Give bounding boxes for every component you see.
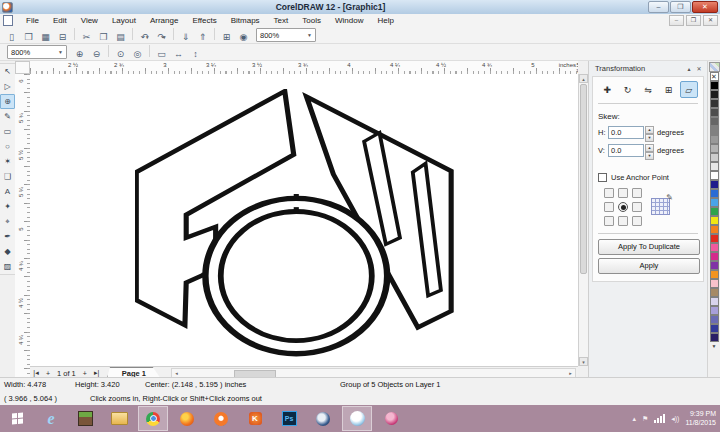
color-swatch[interactable] bbox=[710, 81, 719, 90]
interactive-blend-tool[interactable]: ✦ bbox=[0, 199, 15, 214]
polygon-tool[interactable]: ✶ bbox=[0, 154, 15, 169]
menu-tools[interactable]: Tools bbox=[295, 16, 328, 25]
scroll-down-icon[interactable]: ▾ bbox=[579, 357, 588, 366]
use-anchor-point-checkbox[interactable] bbox=[598, 173, 607, 182]
color-swatch[interactable]: ✕ bbox=[710, 72, 719, 81]
photoshop-icon[interactable]: Ps bbox=[274, 406, 304, 431]
ruler-origin[interactable] bbox=[15, 61, 30, 74]
color-swatch[interactable] bbox=[710, 243, 719, 252]
coreldraw-icon[interactable] bbox=[342, 406, 372, 431]
menu-layout[interactable]: Layout bbox=[105, 16, 143, 25]
text-tool[interactable]: A bbox=[0, 184, 15, 199]
docker-collapse-icon[interactable]: ▴ bbox=[684, 65, 694, 72]
apply-button[interactable]: Apply bbox=[598, 258, 700, 274]
last-page-button[interactable]: ▸| bbox=[91, 369, 103, 377]
network-icon[interactable] bbox=[654, 415, 665, 423]
menu-bitmaps[interactable]: Bitmaps bbox=[224, 16, 267, 25]
start-button[interactable] bbox=[2, 406, 32, 431]
color-swatch[interactable] bbox=[710, 279, 719, 288]
zoom-to-page-icon[interactable]: ▭ bbox=[153, 46, 170, 62]
color-swatch[interactable] bbox=[710, 225, 719, 234]
color-swatch[interactable] bbox=[710, 297, 719, 306]
anchor-cell-2[interactable] bbox=[632, 188, 642, 198]
skew-v-stepper[interactable]: ▲▼ bbox=[645, 144, 654, 157]
anchor-cell-4[interactable] bbox=[618, 202, 628, 212]
color-swatch[interactable] bbox=[710, 216, 719, 225]
apply-to-duplicate-button[interactable]: Apply To Duplicate bbox=[598, 239, 700, 255]
anchor-cell-5[interactable] bbox=[632, 202, 642, 212]
size-button[interactable]: ⊞ bbox=[659, 81, 677, 98]
zoom-out-icon[interactable]: ⊖ bbox=[88, 46, 105, 62]
menu-file[interactable]: File bbox=[19, 16, 46, 25]
color-swatch[interactable] bbox=[710, 306, 719, 315]
kmplayer-icon[interactable]: K bbox=[240, 406, 270, 431]
color-swatch[interactable] bbox=[710, 189, 719, 198]
scroll-left-icon[interactable]: ◂ bbox=[172, 369, 181, 377]
scroll-up-icon[interactable]: ▴ bbox=[579, 74, 588, 83]
shape-tool[interactable]: ▷ bbox=[0, 79, 15, 94]
zoom-level-dropdown[interactable]: 800%▼ bbox=[256, 28, 316, 42]
scale-mirror-button[interactable]: ⇋ bbox=[639, 81, 657, 98]
vertical-ruler[interactable]: 65 ¾5 ½5 ¼54 ¾4 ½4 ¼ bbox=[15, 74, 31, 377]
color-swatch[interactable] bbox=[710, 171, 719, 180]
print-icon[interactable]: ⊟ bbox=[54, 29, 71, 45]
color-swatch[interactable] bbox=[710, 252, 719, 261]
add-page-after-button[interactable]: + bbox=[79, 370, 91, 377]
menu-window[interactable]: Window bbox=[328, 16, 370, 25]
scroll-right-icon[interactable]: ▸ bbox=[566, 369, 575, 377]
rectangle-tool[interactable]: ▭ bbox=[0, 124, 15, 139]
color-swatch[interactable] bbox=[710, 90, 719, 99]
skew-button[interactable]: ▱ bbox=[680, 81, 698, 98]
internet-explorer-icon[interactable]: e bbox=[36, 406, 66, 431]
save-icon[interactable]: ▦ bbox=[37, 29, 54, 45]
interactive-fill-tool[interactable]: ▨ bbox=[0, 259, 15, 274]
color-swatch[interactable] bbox=[710, 117, 719, 126]
color-swatch[interactable] bbox=[710, 162, 719, 171]
open-icon[interactable]: ❒ bbox=[20, 29, 37, 45]
color-swatch[interactable] bbox=[710, 144, 719, 153]
pink-app-icon[interactable] bbox=[376, 406, 406, 431]
anchor-cell-0[interactable] bbox=[604, 188, 614, 198]
anchor-cell-7[interactable] bbox=[618, 216, 628, 226]
skew-v-input[interactable]: 0.0 bbox=[608, 144, 644, 157]
color-swatch[interactable] bbox=[710, 153, 719, 162]
rotation-button[interactable]: ↻ bbox=[618, 81, 636, 98]
minecraft-icon[interactable] bbox=[70, 406, 100, 431]
blender-icon[interactable] bbox=[206, 406, 236, 431]
color-swatch[interactable] bbox=[710, 126, 719, 135]
firefox-icon[interactable] bbox=[172, 406, 202, 431]
color-swatch[interactable] bbox=[710, 234, 719, 243]
close-button[interactable]: ✕ bbox=[692, 1, 718, 13]
undo-icon-dropdown[interactable]: ▾ bbox=[146, 34, 149, 40]
volume-icon[interactable]: ◂)) bbox=[671, 415, 679, 423]
file-explorer-icon[interactable] bbox=[104, 406, 134, 431]
color-swatch[interactable] bbox=[710, 198, 719, 207]
doc-close-button[interactable]: ✕ bbox=[703, 15, 718, 26]
color-swatch[interactable] bbox=[710, 261, 719, 270]
color-swatch[interactable] bbox=[710, 207, 719, 216]
skew-h-stepper[interactable]: ▲▼ bbox=[645, 126, 654, 139]
pick-tool[interactable]: ↖ bbox=[0, 64, 15, 79]
horizontal-ruler[interactable]: 2 ½2 ¾33 ¼3 ½3 ¾44 ¼4 ½4 ¾55 ¼inches bbox=[30, 61, 578, 75]
zoom-to-page-height-icon[interactable]: ↕ bbox=[187, 46, 204, 62]
first-page-button[interactable]: |◂ bbox=[30, 369, 42, 377]
vertical-scroll-thumb[interactable] bbox=[580, 84, 587, 274]
color-swatch[interactable] bbox=[710, 99, 719, 108]
palette-scroll-down-icon[interactable]: ▼ bbox=[710, 343, 719, 349]
menu-effects[interactable]: Effects bbox=[185, 16, 223, 25]
eyedropper-tool[interactable]: ⌖ bbox=[0, 214, 15, 229]
show-hidden-icons[interactable]: ▴ bbox=[632, 415, 636, 423]
color-swatch[interactable] bbox=[710, 135, 719, 144]
menu-text[interactable]: Text bbox=[267, 16, 296, 25]
fon-logo-drawing[interactable] bbox=[135, 89, 455, 357]
color-swatch[interactable] bbox=[710, 108, 719, 117]
fill-tool[interactable]: ◆ bbox=[0, 244, 15, 259]
application-launcher-icon[interactable]: ⊞ bbox=[218, 29, 235, 45]
outline-tool[interactable]: ✒ bbox=[0, 229, 15, 244]
color-swatch[interactable] bbox=[710, 333, 719, 342]
zoom-levels-dropdown[interactable]: 800%▼ bbox=[7, 45, 67, 59]
new-icon[interactable]: ▯ bbox=[3, 29, 20, 45]
zoom-to-page-width-icon[interactable]: ↔ bbox=[170, 46, 187, 62]
chrome-icon[interactable] bbox=[138, 406, 168, 431]
zoom-to-all-objects-icon[interactable]: ◎ bbox=[129, 46, 146, 62]
